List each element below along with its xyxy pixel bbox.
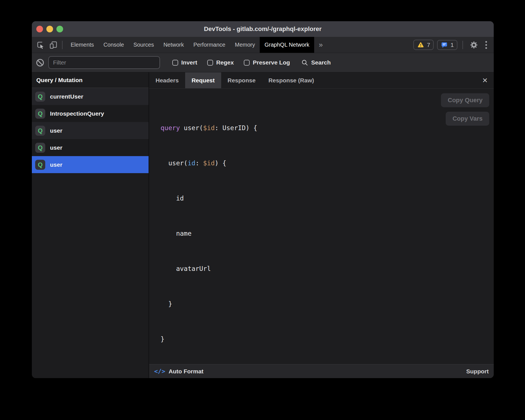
support-link[interactable]: Support	[466, 368, 489, 375]
query-type-badge: Q	[35, 160, 45, 170]
auto-format-label: Auto Format	[169, 368, 204, 375]
regex-checkbox-item[interactable]: Regex	[207, 59, 234, 66]
zoom-window-button[interactable]	[56, 26, 63, 32]
tab-memory[interactable]: Memory	[230, 37, 260, 53]
list-item-label: user	[50, 144, 62, 151]
invert-checkbox[interactable]	[172, 60, 178, 66]
list-item-selected[interactable]: Q user	[32, 156, 149, 173]
list-item[interactable]: Q user	[32, 122, 149, 139]
tab-performance[interactable]: Performance	[189, 37, 230, 53]
graphql-query-code: query user($id: UserID) { user(id: $id) …	[161, 99, 489, 364]
inspect-element-icon[interactable]	[35, 39, 46, 51]
search-icon	[301, 59, 308, 66]
device-toolbar-icon[interactable]	[47, 39, 59, 51]
query-type-badge: Q	[35, 143, 45, 153]
warning-count: 7	[427, 42, 430, 48]
code-line: query user($id: UserID) {	[161, 122, 489, 134]
query-type-badge: Q	[35, 92, 45, 102]
code-line: }	[161, 333, 489, 345]
preserve-log-checkbox-item[interactable]: Preserve Log	[244, 59, 290, 66]
filter-options: Invert Regex Preserve Log	[172, 59, 290, 66]
auto-format-button[interactable]: </> Auto Format	[154, 368, 204, 375]
minimize-window-button[interactable]	[46, 26, 53, 32]
window-title: DevTools - gitlab.com/-/graphql-explorer	[204, 25, 321, 33]
more-tabs-chevron-icon[interactable]: »	[314, 37, 328, 53]
regex-checkbox[interactable]	[207, 60, 213, 66]
filter-input[interactable]	[48, 56, 160, 69]
detail-panel: Headers Request Response Response (Raw) …	[149, 72, 494, 378]
search-label: Search	[311, 59, 331, 66]
tab-graphql-network[interactable]: GraphQL Network	[260, 37, 314, 53]
clear-block-icon[interactable]	[36, 59, 44, 66]
more-options-kebab-icon[interactable]	[483, 41, 489, 49]
code-line: name	[161, 228, 489, 239]
devtools-tab-bar: Elements Console Sources Network Perform…	[32, 37, 494, 53]
copy-query-button[interactable]: Copy Query	[441, 93, 489, 107]
message-icon	[441, 41, 448, 49]
tab-request[interactable]: Request	[185, 72, 221, 88]
query-type-badge: Q	[35, 109, 45, 119]
list-item[interactable]: Q user	[32, 139, 149, 156]
preserve-log-label: Preserve Log	[253, 59, 290, 66]
tabbar-right-cluster: 7 1	[413, 37, 494, 53]
invert-checkbox-item[interactable]: Invert	[172, 59, 197, 66]
copy-vars-button[interactable]: Copy Vars	[446, 112, 489, 126]
copy-buttons: Copy Query Copy Vars	[441, 93, 489, 126]
preserve-log-checkbox[interactable]	[244, 60, 250, 66]
close-window-button[interactable]	[36, 26, 43, 32]
list-item-label: user	[50, 127, 62, 134]
title-bar[interactable]: DevTools - gitlab.com/-/graphql-explorer	[32, 21, 494, 37]
search-control[interactable]: Search	[301, 59, 331, 66]
content-area: Query / Mutation Q currentUser Q Introsp…	[32, 72, 494, 378]
toolbar-icons	[32, 37, 66, 53]
invert-label: Invert	[181, 59, 197, 66]
traffic-lights	[36, 26, 63, 32]
tab-sources[interactable]: Sources	[129, 37, 159, 53]
tab-network[interactable]: Network	[159, 37, 188, 53]
warning-icon	[417, 41, 424, 49]
issues-count: 1	[450, 42, 454, 48]
detail-tab-bar: Headers Request Response Response (Raw) …	[149, 72, 494, 89]
query-list-panel: Query / Mutation Q currentUser Q Introsp…	[32, 72, 149, 378]
list-item-label: user	[50, 161, 62, 168]
code-line: }	[161, 298, 489, 310]
filter-bar: Invert Regex Preserve Log Search	[32, 53, 494, 72]
query-type-badge: Q	[35, 126, 45, 136]
code-line: avatarUrl	[161, 263, 489, 275]
code-line: id	[161, 192, 489, 204]
code-brackets-icon: </>	[154, 368, 165, 375]
request-detail-body: Copy Query Copy Vars query user($id: Use…	[149, 89, 494, 364]
regex-label: Regex	[216, 59, 234, 66]
code-line: user(id: $id) {	[161, 157, 489, 169]
cluster-divider	[462, 41, 463, 49]
list-item[interactable]: Q IntrospectionQuery	[32, 105, 149, 122]
tab-elements[interactable]: Elements	[66, 37, 99, 53]
list-item-label: currentUser	[50, 93, 83, 100]
list-item[interactable]: Q currentUser	[32, 88, 149, 105]
toolbar-divider	[62, 41, 63, 49]
devtools-window: DevTools - gitlab.com/-/graphql-explorer…	[32, 21, 494, 378]
tab-headers[interactable]: Headers	[149, 72, 185, 88]
close-icon[interactable]: ×	[476, 72, 494, 88]
tab-console[interactable]: Console	[99, 37, 128, 53]
issues-badge[interactable]: 1	[437, 40, 457, 50]
tab-response-raw[interactable]: Response (Raw)	[262, 72, 320, 88]
list-item-label: IntrospectionQuery	[50, 110, 104, 117]
warnings-badge[interactable]: 7	[413, 40, 434, 50]
settings-gear-icon[interactable]	[468, 39, 480, 51]
tab-response[interactable]: Response	[221, 72, 262, 88]
query-list-header: Query / Mutation	[32, 72, 149, 88]
detail-footer: </> Auto Format Support	[149, 364, 494, 378]
